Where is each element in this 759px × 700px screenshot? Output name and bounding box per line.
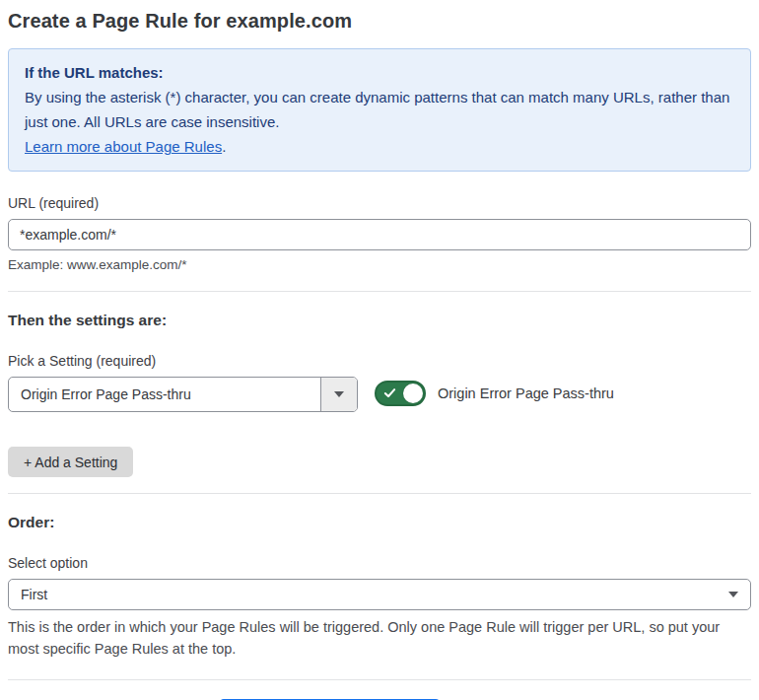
setting-row: Origin Error Page Pass-thru Origin Error…: [8, 377, 751, 412]
info-box-link-line: Learn more about Page Rules.: [25, 134, 734, 159]
divider: [8, 291, 751, 292]
page-rule-form: Create a Page Rule for example.com If th…: [0, 0, 759, 700]
chevron-down-icon: [728, 592, 738, 597]
order-select[interactable]: First: [8, 579, 751, 610]
settings-section-heading: Then the settings are:: [8, 312, 751, 329]
setting-dropdown[interactable]: Origin Error Page Pass-thru: [8, 377, 358, 412]
setting-toggle[interactable]: [375, 381, 426, 406]
url-input[interactable]: [8, 219, 751, 250]
order-select-value: First: [21, 587, 47, 602]
order-select-label: Select option: [8, 555, 751, 571]
link-suffix: .: [222, 138, 226, 155]
url-match-info-box: If the URL matches: By using the asteris…: [8, 48, 751, 172]
check-icon: [383, 386, 396, 399]
divider: [8, 493, 751, 494]
add-setting-button[interactable]: + Add a Setting: [8, 447, 133, 477]
pick-setting-label: Pick a Setting (required): [8, 353, 751, 369]
order-section-heading: Order:: [8, 514, 751, 531]
setting-dropdown-value: Origin Error Page Pass-thru: [9, 378, 320, 411]
url-example-helper: Example: www.example.com/*: [8, 257, 751, 272]
url-label: URL (required): [8, 195, 751, 211]
info-box-heading: If the URL matches:: [25, 60, 734, 85]
learn-more-link[interactable]: Learn more about Page Rules: [25, 138, 222, 155]
setting-dropdown-arrow-button[interactable]: [320, 378, 357, 411]
order-helper-text: This is the order in which your Page Rul…: [8, 616, 751, 660]
divider: [8, 679, 751, 680]
chevron-down-icon: [334, 391, 344, 397]
toggle-label: Origin Error Page Pass-thru: [438, 385, 614, 401]
toggle-knob: [403, 384, 423, 403]
info-box-body: By using the asterisk (*) character, you…: [25, 85, 734, 134]
page-title: Create a Page Rule for example.com: [8, 10, 751, 33]
order-select-wrap: First: [8, 579, 751, 610]
